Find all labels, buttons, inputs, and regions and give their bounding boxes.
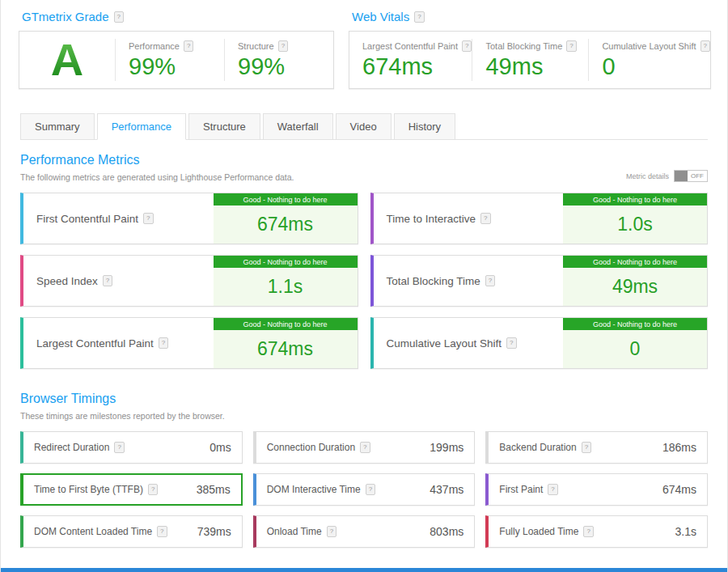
web-vitals-title-text: Web Vitals bbox=[352, 10, 409, 23]
metric-value: 674ms bbox=[214, 330, 358, 368]
structure-score-cell: Structure ? 99% bbox=[225, 32, 333, 88]
help-icon[interactable]: ? bbox=[366, 484, 375, 495]
performance-score-label-row: Performance ? bbox=[129, 40, 224, 52]
metric-status-badge: Good - Nothing to do here bbox=[214, 318, 358, 330]
help-icon[interactable]: ? bbox=[278, 40, 288, 52]
help-icon[interactable]: ? bbox=[414, 11, 424, 23]
help-icon[interactable]: ? bbox=[700, 40, 710, 52]
metric-status-badge: Good - Nothing to do here bbox=[563, 318, 707, 330]
help-icon[interactable]: ? bbox=[143, 213, 153, 224]
timing-card-fully-loaded-time: Fully Loaded Time ? 3.1s bbox=[485, 515, 708, 548]
help-icon[interactable]: ? bbox=[148, 484, 158, 495]
metric-label: Time to Interactive bbox=[387, 213, 476, 225]
performance-score-label: Performance bbox=[129, 41, 180, 51]
grade-box: A Performance ? 99% Structure ? 99% bbox=[19, 31, 334, 89]
timing-label-row: DOM Content Loaded Time ? bbox=[34, 526, 167, 537]
metric-value: 0 bbox=[563, 330, 707, 368]
help-icon[interactable]: ? bbox=[548, 484, 557, 495]
timing-card-connection-duration: Connection Duration ? 199ms bbox=[253, 431, 476, 464]
performance-score-value: 99% bbox=[129, 53, 224, 80]
metric-card-largest-contentful-paint: Largest Contentful Paint ? Good - Nothin… bbox=[20, 317, 358, 369]
metric-label: Total Blocking Time bbox=[387, 275, 480, 287]
lcp-label-row: Largest Contentful Paint ? bbox=[362, 40, 472, 52]
lcp-value: 674ms bbox=[362, 53, 472, 80]
timing-value: 385ms bbox=[197, 483, 231, 496]
metric-value-panel: Good - Nothing to do here 674ms bbox=[214, 193, 358, 244]
timing-label-row: Connection Duration ? bbox=[267, 442, 370, 453]
timing-card-dom-interactive-time: DOM Interactive Time ? 437ms bbox=[253, 473, 476, 506]
metric-status-badge: Good - Nothing to do here bbox=[563, 256, 707, 268]
help-icon[interactable]: ? bbox=[582, 442, 591, 453]
web-vitals-title: Web Vitals ? bbox=[352, 10, 711, 23]
cls-value: 0 bbox=[602, 53, 710, 80]
metric-details-toggle-label: Metric details bbox=[626, 172, 669, 180]
timing-label-row: Backend Duration ? bbox=[499, 442, 591, 453]
timing-card-redirect-duration: Redirect Duration ? 0ms bbox=[20, 431, 243, 464]
timing-card-dom-content-loaded-time: DOM Content Loaded Time ? 739ms bbox=[20, 515, 243, 548]
metric-label-row: Largest Contentful Paint ? bbox=[23, 318, 214, 368]
timing-label-row: Fully Loaded Time ? bbox=[499, 526, 594, 537]
metric-label: First Contentful Paint bbox=[36, 213, 138, 225]
tab-history[interactable]: History bbox=[394, 113, 455, 140]
timing-label: Time to First Byte (TTFB) bbox=[34, 484, 143, 495]
grade-section-title: GTmetrix Grade ? bbox=[22, 10, 334, 23]
timing-value: 739ms bbox=[197, 525, 231, 538]
metric-status-badge: Good - Nothing to do here bbox=[214, 193, 358, 205]
metric-value-panel: Good - Nothing to do here 1.1s bbox=[214, 256, 358, 306]
cls-cell: Cumulative Layout Shift ? 0 bbox=[589, 32, 710, 88]
tab-waterfall[interactable]: Waterfall bbox=[263, 113, 333, 140]
help-icon[interactable]: ? bbox=[114, 11, 124, 23]
metric-label-row: Total Blocking Time ? bbox=[374, 256, 564, 306]
metric-card-cumulative-layout-shift: Cumulative Layout Shift ? Good - Nothing… bbox=[370, 317, 709, 369]
browser-timings-title: Browser Timings bbox=[20, 392, 708, 406]
tbt-label-row: Total Blocking Time ? bbox=[485, 40, 588, 52]
grade-letter-wrap: A bbox=[19, 32, 115, 88]
timing-label: Connection Duration bbox=[267, 442, 355, 453]
browser-timings-grid: Redirect Duration ? 0ms Connection Durat… bbox=[20, 431, 708, 548]
help-icon[interactable]: ? bbox=[114, 442, 124, 453]
metric-label: Speed Index bbox=[36, 275, 98, 287]
tbt-value: 49ms bbox=[485, 53, 588, 80]
browser-timings-header: Browser Timings These timings are milest… bbox=[20, 392, 708, 421]
help-icon[interactable]: ? bbox=[506, 337, 516, 349]
metric-value: 674ms bbox=[214, 205, 358, 244]
timing-value: 186ms bbox=[662, 441, 696, 454]
help-icon[interactable]: ? bbox=[157, 526, 167, 537]
help-icon[interactable]: ? bbox=[184, 40, 193, 52]
metric-value-panel: Good - Nothing to do here 0 bbox=[563, 318, 707, 368]
help-icon[interactable]: ? bbox=[462, 40, 472, 52]
toggle-state: OFF bbox=[688, 171, 707, 181]
help-icon[interactable]: ? bbox=[360, 442, 370, 453]
metric-details-toggle[interactable]: Metric details OFF bbox=[626, 170, 708, 182]
help-icon[interactable]: ? bbox=[159, 337, 168, 349]
metric-label: Largest Contentful Paint bbox=[36, 337, 154, 350]
performance-metrics-grid: First Contentful Paint ? Good - Nothing … bbox=[20, 193, 708, 369]
timing-value: 674ms bbox=[662, 483, 696, 496]
timing-label-row: Time to First Byte (TTFB) ? bbox=[34, 484, 158, 495]
timing-card-backend-duration: Backend Duration ? 186ms bbox=[485, 431, 708, 464]
toggle-control: OFF bbox=[674, 170, 708, 182]
help-icon[interactable]: ? bbox=[583, 526, 593, 537]
help-icon[interactable]: ? bbox=[103, 275, 112, 286]
report-summary: GTmetrix Grade ? A Performance ? 99% Str… bbox=[1, 0, 727, 89]
help-icon[interactable]: ? bbox=[480, 213, 490, 224]
help-icon[interactable]: ? bbox=[485, 275, 495, 286]
help-icon[interactable]: ? bbox=[566, 40, 576, 52]
metric-label-row: Time to Interactive ? bbox=[374, 193, 564, 244]
timing-card-first-paint: First Paint ? 674ms bbox=[485, 473, 708, 506]
metric-value-panel: Good - Nothing to do here 49ms bbox=[563, 256, 707, 306]
timing-label: Fully Loaded Time bbox=[499, 526, 578, 537]
metric-card-speed-index: Speed Index ? Good - Nothing to do here … bbox=[20, 255, 358, 307]
tbt-label: Total Blocking Time bbox=[485, 41, 562, 51]
timing-value: 0ms bbox=[210, 441, 231, 454]
tab-video[interactable]: Video bbox=[336, 113, 392, 140]
cls-label-row: Cumulative Layout Shift ? bbox=[602, 40, 710, 52]
timing-card-onload-time: Onload Time ? 803ms bbox=[253, 515, 476, 548]
metric-label-row: Speed Index ? bbox=[23, 256, 214, 306]
timing-label: DOM Interactive Time bbox=[267, 484, 361, 495]
lcp-label: Largest Contentful Paint bbox=[362, 41, 458, 51]
tab-structure[interactable]: Structure bbox=[188, 113, 260, 140]
help-icon[interactable]: ? bbox=[327, 526, 336, 537]
tab-summary[interactable]: Summary bbox=[20, 113, 95, 140]
tab-performance[interactable]: Performance bbox=[97, 113, 186, 140]
